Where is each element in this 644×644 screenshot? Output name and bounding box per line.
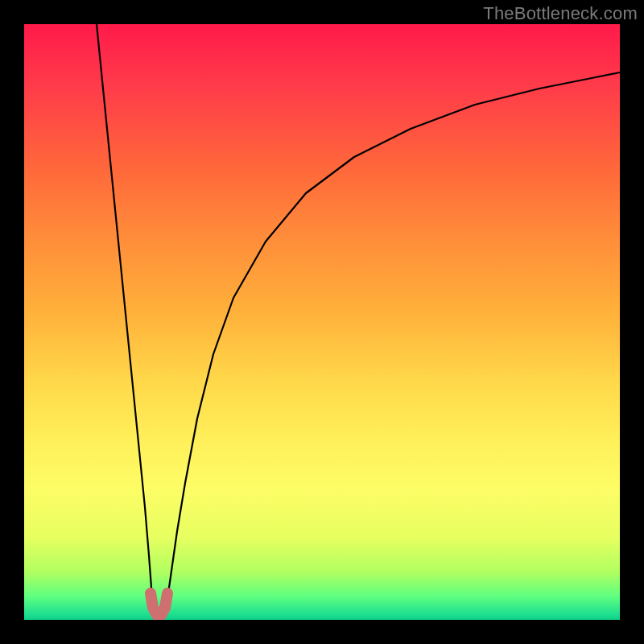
plot-area (24, 24, 620, 620)
series-left-branch (97, 24, 153, 610)
watermark-text: TheBottleneck.com (483, 3, 638, 24)
series-right-branch (166, 72, 620, 610)
series-valley-marker (151, 593, 167, 615)
curve-layer (24, 24, 620, 620)
chart-frame: TheBottleneck.com (0, 0, 644, 644)
